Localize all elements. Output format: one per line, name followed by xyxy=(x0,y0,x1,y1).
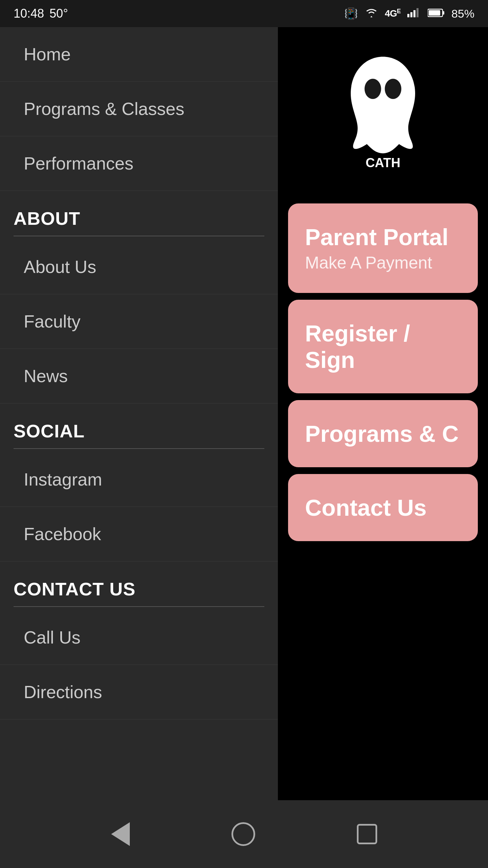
social-section-header: SOCIAL xyxy=(0,403,278,448)
about-divider xyxy=(14,236,264,236)
home-button[interactable] xyxy=(231,822,255,846)
menu-item-about-us[interactable]: About Us xyxy=(0,240,278,294)
svg-rect-0 xyxy=(407,14,409,17)
back-button[interactable] xyxy=(111,822,130,846)
android-nav-bar xyxy=(0,800,488,868)
battery-percent: 85% xyxy=(451,7,474,20)
contact-divider xyxy=(14,606,264,607)
parent-portal-button[interactable]: Parent Portal Make A Payment xyxy=(288,203,478,293)
menu-item-faculty[interactable]: Faculty xyxy=(0,294,278,349)
pink-buttons-container: Parent Portal Make A Payment Register / … xyxy=(278,197,488,548)
menu-item-programs[interactable]: Programs & Classes xyxy=(0,82,278,136)
status-bar: 10:48 50° 📳 4GE xyxy=(0,0,488,27)
social-divider xyxy=(14,448,264,449)
svg-rect-2 xyxy=(413,10,415,17)
svg-point-8 xyxy=(385,79,401,99)
network-icon: 4GE xyxy=(385,8,401,19)
register-sign-title: Register / Sign xyxy=(305,320,461,373)
menu-panel: Home Programs & Classes Performances ABO… xyxy=(0,27,278,868)
svg-rect-3 xyxy=(416,8,419,17)
programs-classes-button[interactable]: Programs & C xyxy=(288,400,478,467)
register-sign-button[interactable]: Register / Sign xyxy=(288,300,478,393)
status-right: 📳 4GE 85% xyxy=(344,6,474,21)
about-section-header: ABOUT xyxy=(0,191,278,236)
svg-text:CATH: CATH xyxy=(366,156,401,170)
menu-item-instagram[interactable]: Instagram xyxy=(0,452,278,507)
svg-rect-1 xyxy=(410,12,412,17)
svg-rect-5 xyxy=(443,11,444,15)
parent-portal-subtitle: Make A Payment xyxy=(305,253,461,273)
content-panel: CATH Parent Portal Make A Payment Regist… xyxy=(278,27,488,868)
menu-item-call-us[interactable]: Call Us xyxy=(0,610,278,665)
logo-area: CATH xyxy=(278,27,488,197)
logo-svg: CATH xyxy=(336,47,430,176)
contact-us-button[interactable]: Contact Us xyxy=(288,474,478,541)
menu-item-news[interactable]: News xyxy=(0,349,278,403)
status-left: 10:48 50° xyxy=(14,6,68,21)
menu-item-facebook[interactable]: Facebook xyxy=(0,507,278,561)
wifi-icon xyxy=(365,6,378,21)
time: 10:48 xyxy=(14,6,44,21)
signal-icon xyxy=(407,6,421,21)
vibrate-icon: 📳 xyxy=(344,7,358,20)
menu-item-performances[interactable]: Performances xyxy=(0,136,278,191)
svg-point-7 xyxy=(365,79,381,99)
contact-us-section-header: CONTACT US xyxy=(0,561,278,606)
recents-button[interactable] xyxy=(357,824,377,844)
battery-icon xyxy=(428,7,445,20)
parent-portal-title: Parent Portal xyxy=(305,224,461,250)
temperature: 50° xyxy=(49,6,68,21)
programs-classes-title: Programs & C xyxy=(305,420,461,447)
svg-rect-6 xyxy=(429,10,440,16)
menu-item-directions[interactable]: Directions xyxy=(0,665,278,719)
main-layout: Home Programs & Classes Performances ABO… xyxy=(0,27,488,868)
contact-us-title: Contact Us xyxy=(305,494,461,521)
menu-item-home[interactable]: Home xyxy=(0,27,278,82)
